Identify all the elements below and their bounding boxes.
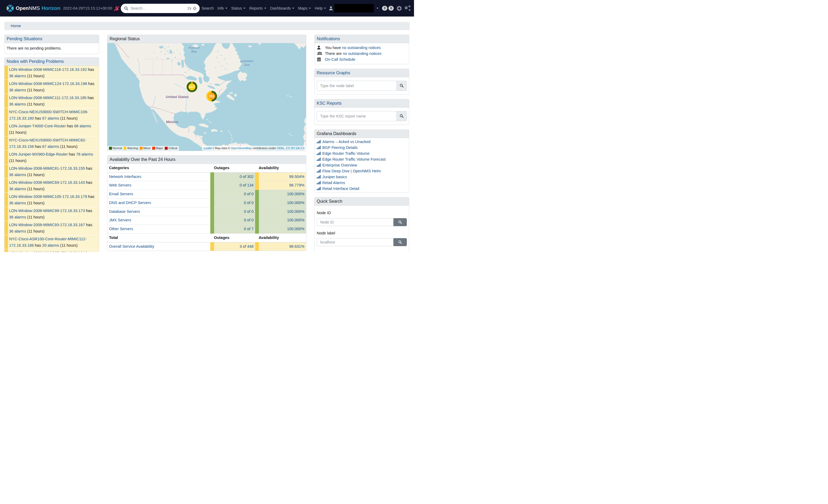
alarms-link[interactable]: 36 alarms: [9, 187, 26, 191]
node-link[interactable]: LON-Window-2008-MIMIC93-172.16.33.167: [9, 223, 85, 227]
brand[interactable]: OpenNMSHorizon: [6, 4, 60, 12]
node-label-input[interactable]: [317, 238, 394, 246]
notifications-off-bell-icon[interactable]: [114, 6, 119, 11]
admin-gears-button[interactable]: [405, 5, 411, 11]
bell-slash-icon: [114, 6, 119, 11]
category-link[interactable]: DNS and DHCP Servers: [109, 200, 151, 205]
category-link[interactable]: Email Servers: [109, 192, 133, 196]
alarms-link[interactable]: 36 alarms: [9, 201, 26, 205]
regional-status-map[interactable]: Hudson Bay Labrador Sea United States Mé…: [108, 43, 306, 151]
grafana-dashboard-link[interactable]: Alarms – Acked vs Unacked: [322, 139, 371, 145]
osm-link[interactable]: OpenStreetMap: [231, 146, 252, 150]
navbar-menu: Search Info Status Reports Dashboards Ma…: [200, 6, 328, 10]
overall-availability-link[interactable]: Overall Service Availability: [109, 244, 154, 248]
alarms-link[interactable]: 78 alarms: [76, 152, 93, 156]
alarms-link[interactable]: 67 alarms: [42, 116, 59, 121]
node-id-search-button[interactable]: [394, 218, 407, 226]
node-link[interactable]: LON-Window-2008-MIMIC87-172.16.33.161: [9, 251, 85, 252]
node-link[interactable]: LON-Window-2008-MIMIC99-172.16.33.173: [9, 209, 85, 213]
pending-situations-title-link[interactable]: Pending Situations: [7, 37, 42, 41]
category-link[interactable]: Network Interfaces: [109, 175, 141, 179]
notification-link[interactable]: no outstanding notices: [342, 46, 381, 50]
alarms-link[interactable]: 20 alarms: [42, 243, 59, 247]
odbl-link[interactable]: ODbL: [277, 146, 284, 150]
outages-cell: 0 of 0: [212, 190, 257, 199]
legend-label: Normal: [113, 147, 122, 150]
category-link[interactable]: JMX Servers: [109, 218, 131, 222]
node-link[interactable]: LON-Window-2008-MIMIC69-172.16.33.143: [9, 180, 85, 185]
map-label-hudson-bay-2: Bay: [191, 50, 197, 53]
alarms-link[interactable]: 88 alarms: [74, 124, 91, 128]
outage-count-badge[interactable]: 0: [388, 6, 394, 11]
grafana-dashboard-link[interactable]: Enterprise Overview: [322, 162, 357, 168]
alarms-link[interactable]: 36 alarms: [9, 88, 26, 92]
grafana-dashboard-link[interactable]: Juniper basics: [322, 174, 347, 180]
chevron-down-icon: [324, 8, 326, 9]
nav-help[interactable]: Help: [313, 6, 328, 10]
notice-count-badge[interactable]: 0: [382, 6, 387, 11]
category-link[interactable]: Web Servers: [109, 183, 131, 187]
alarms-link[interactable]: 36 alarms: [9, 229, 26, 233]
resource-graphs-node-input[interactable]: [317, 81, 397, 91]
alarms-link[interactable]: 67 alarms: [42, 144, 59, 149]
node-problem-item: LON-Window-2008-MIMIC93-172.16.33.167 ha…: [4, 221, 99, 235]
node-link[interactable]: LON-Juniper-T4000-Core-Router: [9, 124, 66, 128]
notification-link[interactable]: no outstanding notices: [343, 51, 381, 56]
ksc-reports-title-link[interactable]: KSC Reports: [317, 101, 341, 105]
grafana-dashboard-link[interactable]: Flow Deep Dive | OpenNMS Helm: [322, 168, 381, 174]
grafana-dashboard-link[interactable]: Retail Interface Detail: [322, 186, 359, 191]
search-icon: [400, 84, 404, 88]
notification-link[interactable]: On-Call Schedule: [325, 57, 355, 61]
breadcrumb-home-link[interactable]: Home: [11, 24, 21, 28]
alarms-link[interactable]: 36 alarms: [9, 102, 26, 106]
search-input[interactable]: [131, 6, 188, 10]
ksc-search-button[interactable]: [397, 111, 407, 121]
chart-bars-icon: [317, 181, 321, 184]
critical-swatch: [165, 147, 168, 150]
nav-search[interactable]: Search: [200, 6, 216, 10]
grafana-dashboard-link[interactable]: BGP Peering Details: [322, 145, 358, 150]
grafana-dashboard-link[interactable]: Edge Router Traffic Volume Forecast: [322, 156, 386, 162]
ksc-report-input[interactable]: [317, 111, 397, 121]
nav-reports[interactable]: Reports: [247, 6, 268, 10]
nav-item-label: Reports: [249, 6, 263, 10]
leaflet-link[interactable]: Leaflet: [204, 146, 212, 150]
chevron-down-icon: [264, 8, 266, 9]
regional-status-card: Regional Status: [107, 35, 306, 151]
ccbysa-link[interactable]: CC BY-SA 2.0: [286, 146, 304, 150]
node-link[interactable]: LON-Window-2008-MIMIC105-172.16.33.179: [9, 194, 87, 199]
node-link[interactable]: LON-Window-2008-MIMIC118-172.16.33.192: [9, 67, 87, 72]
node-label-search-button[interactable]: [394, 238, 407, 246]
resource-graphs-title-link[interactable]: Resource Graphs: [317, 71, 350, 75]
outages-cell: 0 of 134: [212, 181, 257, 190]
alarms-link[interactable]: 36 alarms: [9, 215, 26, 219]
quick-add-button[interactable]: [397, 6, 402, 11]
resource-graphs-search-button[interactable]: [397, 81, 407, 91]
availability-row: Web Servers 0 of 134 98.779%: [108, 181, 306, 190]
grafana-dashboard-link[interactable]: Retail Alarms: [322, 180, 345, 186]
nav-info[interactable]: Info: [216, 6, 229, 10]
node-id-input[interactable]: [317, 218, 394, 226]
notifications-title-link[interactable]: Notifications: [317, 37, 340, 41]
nodes-panel-title-link[interactable]: Nodes with Pending Problems: [7, 59, 64, 64]
node-link[interactable]: LON-Window-2008-MIMIC111-172.16.33.185: [9, 96, 86, 100]
user-menu[interactable]: [329, 4, 378, 12]
search-icon: [398, 240, 402, 244]
node-link[interactable]: LON-Juniper-MX960-Edge-Router: [9, 152, 68, 156]
map-marker-111[interactable]: 111: [206, 91, 217, 101]
category-link[interactable]: Database Servers: [109, 210, 140, 214]
node-link[interactable]: LON-Window-2008-MIMIC81-172.16.33.155: [9, 166, 85, 171]
legend-normal: Normal: [109, 147, 122, 150]
alarms-link[interactable]: 36 alarms: [9, 173, 26, 177]
grafana-dashboard-link[interactable]: Edge Router Traffic Volume: [322, 150, 370, 156]
nav-maps[interactable]: Maps: [296, 6, 313, 10]
map-label-labrador: Labrador: [240, 59, 253, 62]
node-link[interactable]: LON-Window-2008-MIMIC124-172.16.33.198: [9, 82, 87, 86]
search-icon: [400, 114, 404, 118]
map-marker-117[interactable]: 117: [187, 82, 197, 92]
alarms-link[interactable]: 36 alarms: [9, 74, 26, 78]
search-icon: [124, 6, 128, 10]
category-link[interactable]: Other Servers: [109, 227, 133, 231]
nav-dashboards[interactable]: Dashboards: [268, 6, 296, 10]
nav-status[interactable]: Status: [229, 6, 247, 10]
